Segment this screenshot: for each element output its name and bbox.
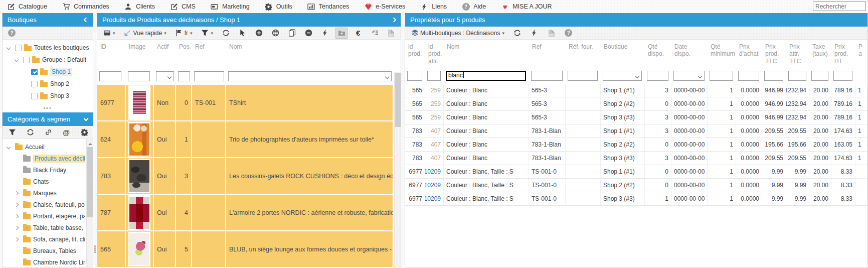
filter-taxe-taux[interactable]	[811, 71, 828, 81]
tree-expander-icon[interactable]	[13, 190, 21, 196]
cell-r-f-four[interactable]	[566, 192, 601, 205]
cell-id-prod-attr[interactable]: 259	[425, 97, 444, 110]
cell-date-dispo[interactable]: 0000-00-00	[671, 192, 708, 205]
mass-update-button[interactable]	[319, 28, 331, 39]
cell-qt-dispo[interactable]: 0	[645, 97, 671, 110]
cell-boutique[interactable]: Shop 1 (#1)	[601, 124, 645, 138]
cell-qt-minimum[interactable]: 1	[708, 138, 736, 151]
column-header-prix-attr-ttc[interactable]: Prix attr. TTC	[786, 40, 809, 68]
cell-p-a[interactable]	[855, 179, 867, 192]
cell-qt-dispo[interactable]: 1	[645, 192, 671, 205]
web-preview-button[interactable]	[269, 28, 281, 39]
product-row-787[interactable]: 787Oui4L'armoire 2 portes NORDIC : aérie…	[97, 195, 401, 231]
cell-prix-attr-ttc[interactable]: 1232.94	[786, 84, 809, 97]
cell-r-f-four[interactable]	[566, 179, 601, 192]
panel-splitter-handle[interactable]: •••	[0, 104, 95, 112]
cell-p-a[interactable]: 1	[855, 152, 867, 165]
cell-id-prod[interactable]: 6977	[405, 192, 425, 205]
cell-id-prod[interactable]: 6977	[405, 179, 425, 192]
filter-prix-d-achat[interactable]	[738, 71, 759, 81]
cell-prix-prod-ttc[interactable]: 9.99	[762, 179, 786, 192]
menu-item-marketing[interactable]: Marketing	[211, 3, 250, 11]
cell-r-f-four[interactable]	[566, 84, 601, 97]
column-header-taxe-taux[interactable]: Taxe (taux)	[809, 40, 831, 68]
column-header-date-dispo[interactable]: Date dispo.	[671, 40, 708, 68]
cell-qt-minimum[interactable]: 1	[708, 192, 736, 205]
filter-ref[interactable]	[194, 71, 224, 81]
cell-taxe-taux[interactable]: 20.00	[809, 192, 831, 205]
expand-right-icon[interactable]	[392, 18, 397, 23]
export-csv-button[interactable]	[385, 28, 397, 39]
menu-item-liens[interactable]: Liens	[420, 3, 447, 11]
product-row-783[interactable]: 783Oui3Les coussins-galets ROCK CUSHIONS…	[97, 158, 401, 195]
cell-ref[interactable]	[192, 121, 226, 157]
cell-prix-prod-ht[interactable]: 163.05	[831, 138, 855, 151]
cell-ref[interactable]	[192, 158, 226, 194]
column-header-id-prod-attr[interactable]: id prod. attr.	[425, 40, 444, 68]
filter-prix-prod-ht[interactable]	[833, 71, 852, 81]
cell-r-f-four[interactable]	[566, 97, 601, 110]
menu-item-catalogue[interactable]: Catalogue	[7, 3, 47, 11]
cell-prix-prod-ttc[interactable]: 946.99	[762, 84, 786, 97]
cell-taxe-taux[interactable]: 20.00	[809, 111, 831, 124]
cell-qt-minimum[interactable]: 1	[708, 97, 736, 110]
collapse-down-icon[interactable]	[84, 116, 89, 121]
cell-nom[interactable]: Couleur : Blanc, Taille : S	[444, 179, 529, 192]
cell-date-dispo[interactable]: 0000-00-00	[671, 97, 708, 110]
help-button[interactable]: ?	[6, 28, 18, 38]
cell-nom[interactable]: Couleur : Blanc	[444, 84, 529, 97]
cell-id[interactable]: 6977	[97, 85, 126, 120]
cell-taxe-taux[interactable]: 20.00	[809, 124, 831, 138]
cell-prix-d-achat[interactable]: 0.0000	[736, 179, 762, 192]
cell-id-prod[interactable]: 565	[405, 97, 425, 110]
cell-prix-attr-ttc[interactable]: 9.99	[786, 179, 809, 192]
filter-qt-minimum[interactable]	[710, 71, 733, 81]
cell-qt-minimum[interactable]: 1	[708, 152, 736, 165]
language-button[interactable]: fr▾	[173, 28, 195, 39]
cell-date-dispo[interactable]: 0000-00-00	[671, 84, 708, 97]
filter-boutique[interactable]	[603, 71, 642, 81]
cell-qt-minimum[interactable]: 1	[708, 165, 736, 178]
filter-id[interactable]	[99, 71, 121, 81]
cell-prix-prod-ht[interactable]: 789.16	[831, 111, 855, 124]
cell-prix-prod-ttc[interactable]: 209.55	[762, 152, 786, 165]
menu-item-commandes[interactable]: Commandes	[62, 3, 109, 11]
cell-qt-dispo[interactable]: 0	[645, 165, 671, 178]
cell-qt-dispo[interactable]: 0	[645, 138, 671, 151]
cell-id-prod[interactable]: 6977	[405, 165, 425, 178]
product-row-6977[interactable]: 6977Non0TS-001TShirt	[97, 85, 401, 121]
filter-pos[interactable]	[178, 71, 190, 81]
cell-id[interactable]: 565	[97, 231, 126, 267]
cell-prix-attr-ttc[interactable]: 1232.94	[786, 97, 809, 110]
filter-r-f-four[interactable]	[568, 71, 598, 81]
cell-image[interactable]	[126, 121, 154, 157]
cell-nom[interactable]: Les coussins-galets ROCK CUSHIONS : déco…	[226, 158, 394, 194]
tree-item-black-friday[interactable]: Black Friday	[3, 164, 85, 176]
column-header-id-prod[interactable]: id prod.	[405, 40, 425, 68]
menu-item-tendances[interactable]: Tendances	[307, 3, 349, 11]
cell-prix-prod-ttc[interactable]: 9.99	[762, 165, 786, 178]
filter-actif[interactable]	[156, 71, 174, 81]
product-row-624[interactable]: 624Oui1Trio de photographies d'auteurs i…	[97, 121, 401, 158]
cell-prix-attr-ttc[interactable]: 9.99	[786, 192, 809, 205]
shop-checkbox[interactable]	[31, 69, 38, 75]
cell-prix-d-achat[interactable]: 0.0000	[736, 192, 762, 205]
cell-pos[interactable]: 0	[176, 85, 192, 120]
funnel-button[interactable]	[6, 127, 18, 138]
tree-item-groupe-default[interactable]: Groupe : Default	[3, 54, 93, 66]
cell-p-a[interactable]: 1	[855, 111, 867, 124]
tree-item-produits-avec-d-clin[interactable]: Produits avec déclin	[3, 153, 85, 164]
cell-qt-dispo[interactable]: 3	[645, 111, 671, 124]
price-list-button[interactable]	[369, 28, 381, 39]
cell-prix-attr-ttc[interactable]: 209.55	[786, 124, 809, 138]
cell-image[interactable]	[126, 158, 154, 194]
cell-p-a[interactable]: 1	[855, 138, 867, 151]
export-csv-button[interactable]	[546, 28, 558, 39]
cell-taxe-taux[interactable]: 20.00	[809, 179, 831, 192]
cell-pos[interactable]: 1	[176, 121, 192, 157]
cell-taxe-taux[interactable]: 20.00	[809, 84, 831, 97]
cell-ref[interactable]: 565-3	[529, 111, 566, 124]
mass-update-button[interactable]	[529, 28, 541, 39]
shop-checkbox[interactable]	[31, 93, 38, 99]
cell-ref[interactable]: 565-3	[529, 97, 566, 110]
